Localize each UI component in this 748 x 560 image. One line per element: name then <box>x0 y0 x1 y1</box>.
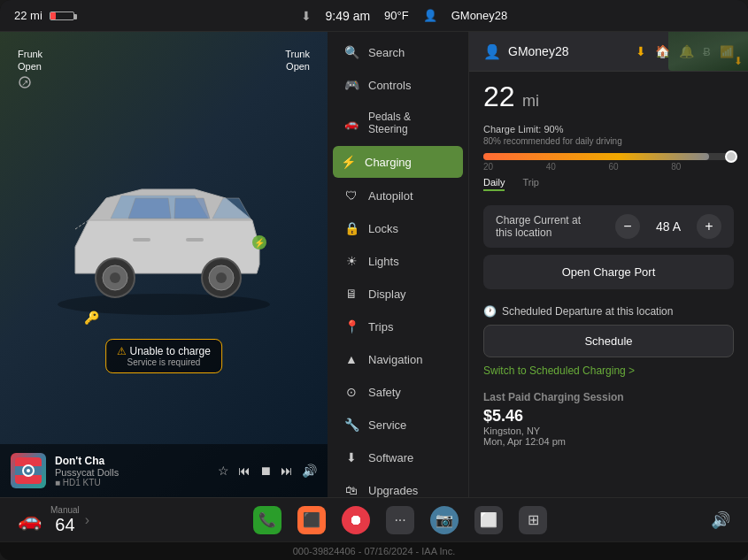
bar-label-80: 80 <box>671 162 681 172</box>
charge-bar-track <box>483 153 734 160</box>
locks-icon: 🔒 <box>343 221 359 235</box>
time-display: 9:49 am <box>326 9 371 23</box>
open-charge-port-button[interactable]: Open Charge Port <box>483 255 734 289</box>
prev-icon[interactable]: ⏮ <box>238 464 251 478</box>
menu-item-controls[interactable]: 🎮 Controls <box>331 69 465 101</box>
menu-item-service[interactable]: 🔧 Service <box>331 409 465 441</box>
bar-label-60: 60 <box>609 162 619 172</box>
svg-point-18 <box>27 469 30 472</box>
svg-rect-10 <box>186 238 204 242</box>
status-bar-left: 22 mi <box>14 9 74 22</box>
status-bar-center: ⬇ 9:49 am 90°F 👤 GMoney28 <box>85 9 723 23</box>
search-icon: 🔍 <box>343 45 359 59</box>
charge-current-row: Charge Current atthis location − 48 A + <box>483 205 734 248</box>
circle-app-button[interactable]: ⏺ <box>342 506 370 534</box>
menu-item-autopilot[interactable]: 🛡 Autopilot <box>331 180 465 211</box>
menu-item-pedals[interactable]: 🚗 Pedals & Steering <box>331 102 465 144</box>
phone-app-button[interactable]: 📞 <box>253 506 281 534</box>
menu-lights-label: Lights <box>368 255 399 268</box>
charging-icon: ⚡ <box>340 155 356 169</box>
trunk-label: TrunkOpen <box>285 48 310 73</box>
charge-limit-section: Charge Limit: 90% 80% recommended for da… <box>469 117 748 205</box>
svg-rect-9 <box>133 238 150 242</box>
svg-point-5 <box>110 272 120 283</box>
bar-label-40: 40 <box>546 162 556 172</box>
software-icon: ⬇ <box>343 450 359 464</box>
scheduled-departure-title: 🕐 Scheduled Departure at this location <box>483 305 734 318</box>
menu-item-upgrades[interactable]: 🛍 Upgrades <box>331 474 465 497</box>
menu-pedals-label: Pedals & Steering <box>368 111 452 135</box>
car-visualization: FrunkOpen ↗ TrunkOpen <box>0 32 328 444</box>
car-icon-taskbar[interactable]: 🚗 <box>18 509 42 532</box>
grid-app-button[interactable]: ⊞ <box>519 506 547 534</box>
dots-app-button[interactable]: ··· <box>386 506 414 534</box>
bar-label-20: 20 <box>483 162 493 172</box>
upgrades-icon: 🛍 <box>343 483 359 497</box>
menu-item-search[interactable]: 🔍 Search <box>331 36 465 68</box>
menu-search-label: Search <box>368 46 405 59</box>
switch-to-scheduled-link[interactable]: Switch to Scheduled Charging > <box>483 364 734 377</box>
user-status: GMoney28 <box>451 9 508 22</box>
music-artist: Pussycat Dolls <box>55 467 209 478</box>
user-icon-charge: 👤 <box>483 43 501 60</box>
music-info: Don't Cha Pussycat Dolls ■ HD1 KTU <box>55 455 209 487</box>
svg-text:⚡: ⚡ <box>254 237 266 249</box>
range-unit: mi <box>522 92 539 110</box>
taskbar-center: 📞 ⬛ ⏺ ··· 📷 ⬜ ⊞ <box>253 506 547 534</box>
charge-bar-container: 20 40 60 80 <box>483 153 734 172</box>
trips-icon: 📍 <box>343 319 359 334</box>
charge-bar-thumb[interactable] <box>725 150 737 163</box>
square-app-button[interactable]: ⬜ <box>474 506 503 534</box>
range-display: 22 mi <box>469 72 748 117</box>
multi-app-button[interactable]: ⬛ <box>297 506 326 534</box>
volume-icon[interactable]: 🔊 <box>302 464 317 478</box>
menu-item-navigation[interactable]: ▲ Navigation <box>331 343 465 375</box>
volume-taskbar-icon[interactable]: 🔊 <box>711 510 730 530</box>
controls-icon: 🎮 <box>343 78 359 92</box>
scheduled-departure-section: 🕐 Scheduled Departure at this location S… <box>469 305 748 384</box>
menu-item-trips[interactable]: 📍 Trips <box>331 311 465 342</box>
amp-value: 48 A <box>651 219 686 234</box>
charge-current-controls: − 48 A + <box>615 214 721 239</box>
menu-item-safety[interactable]: ⊙ Safety <box>331 376 465 408</box>
last-session-title: Last Paid Charging Session <box>483 391 734 403</box>
menu-charging-label: Charging <box>365 156 412 169</box>
stop-icon[interactable]: ⏹ <box>259 464 272 478</box>
music-controls: ☆ ⏮ ⏹ ⏭ 🔊 <box>218 464 317 478</box>
menu-item-locks[interactable]: 🔒 Locks <box>331 212 465 244</box>
charge-current-label: Charge Current atthis location <box>496 214 581 239</box>
charge-bar-fill <box>483 153 709 160</box>
schedule-button[interactable]: Schedule <box>483 325 734 357</box>
favorite-icon[interactable]: ☆ <box>218 464 229 478</box>
music-thumb <box>11 453 46 488</box>
camera-app-button[interactable]: 📷 <box>430 506 459 534</box>
download-icon-charge: ⬇ <box>636 44 646 58</box>
menu-locks-label: Locks <box>368 222 398 235</box>
menu-item-software[interactable]: ⬇ Software <box>331 441 465 473</box>
status-bar: 22 mi ⬇ 9:49 am 90°F 👤 GMoney28 <box>0 0 748 32</box>
music-player: Don't Cha Pussycat Dolls ■ HD1 KTU ☆ ⏮ ⏹… <box>0 444 328 497</box>
increase-current-button[interactable]: + <box>697 214 721 239</box>
tab-daily[interactable]: Daily <box>483 175 505 191</box>
next-icon[interactable]: ⏭ <box>281 464 293 478</box>
menu-upgrades-label: Upgrades <box>368 484 418 497</box>
user-icon-top: 👤 <box>423 9 437 22</box>
menu-item-lights[interactable]: ☀ Lights <box>331 245 465 277</box>
svg-point-8 <box>216 272 227 283</box>
menu-item-display[interactable]: 🖥 Display <box>331 278 465 310</box>
music-title: Don't Cha <box>55 455 209 467</box>
menu-display-label: Display <box>368 288 406 301</box>
decrease-current-button[interactable]: − <box>615 214 640 239</box>
car-body: ⚡ 🔑 <box>0 32 328 444</box>
car-panel: FrunkOpen ↗ TrunkOpen <box>0 32 328 497</box>
charge-panel: 👤 GMoney28 ⬇ 🏠 🔔 Ƀ 📶 ⬇ 22 mi <box>469 32 748 497</box>
car-svg: ⚡ 🔑 <box>40 150 288 326</box>
last-session-section: Last Paid Charging Session $5.46 Kingsto… <box>469 384 748 454</box>
pedals-icon: 🚗 <box>343 117 359 130</box>
tab-trip[interactable]: Trip <box>522 175 539 191</box>
last-session-time: Mon, Apr 12:04 pm <box>483 436 734 447</box>
svg-text:↗: ↗ <box>21 78 28 88</box>
charge-limit-label: Charge Limit: 90% <box>483 124 734 134</box>
charge-user-name: GMoney28 <box>508 44 568 58</box>
menu-item-charging[interactable]: ⚡ Charging <box>333 146 463 178</box>
